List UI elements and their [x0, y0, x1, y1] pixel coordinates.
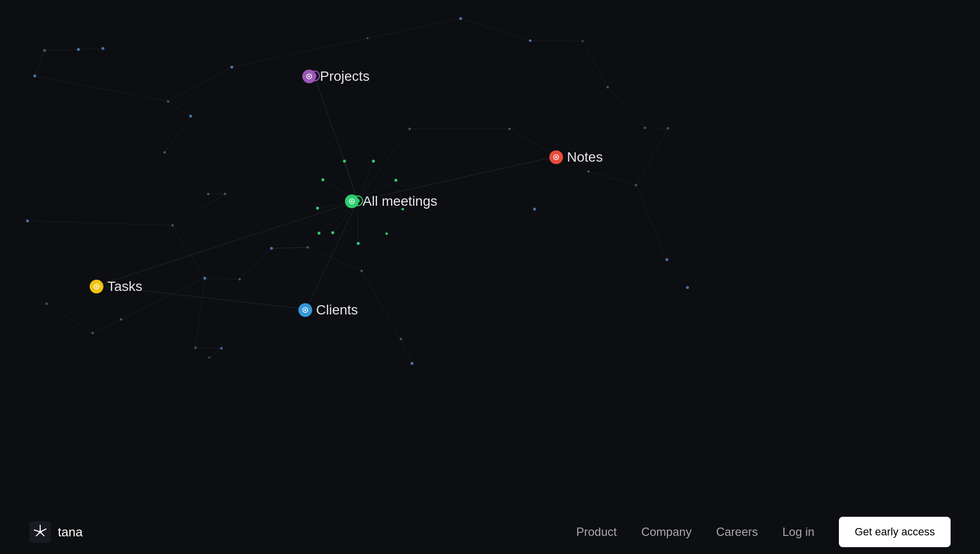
nav-product[interactable]: Product — [576, 525, 617, 539]
brand: tana — [29, 521, 83, 543]
nav-careers[interactable]: Careers — [716, 525, 758, 539]
nav-company[interactable]: Company — [641, 525, 692, 539]
nav-login[interactable]: Log in — [783, 525, 814, 539]
get-early-access-button[interactable]: Get early access — [839, 517, 951, 547]
nav-links: Product Company Careers Log in Get early… — [576, 517, 951, 547]
svg-point-11 — [39, 530, 42, 533]
brand-name: tana — [58, 525, 83, 540]
bottom-bar: tana Product Company Careers Log in Get … — [0, 510, 980, 554]
tana-logo-icon — [29, 521, 51, 543]
